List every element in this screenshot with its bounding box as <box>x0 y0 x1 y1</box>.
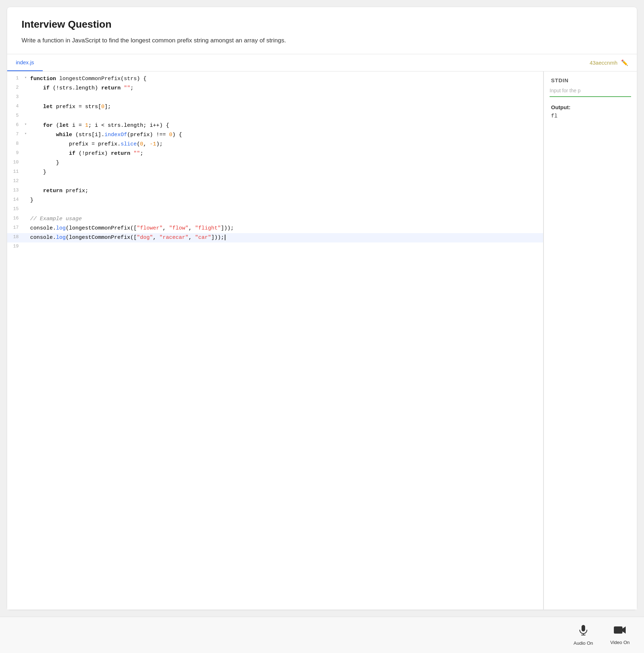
code-editor-panel[interactable]: 1 ▾ function longestCommonPrefix(strs) {… <box>7 71 543 610</box>
code-lines: 1 ▾ function longestCommonPrefix(strs) {… <box>7 71 543 255</box>
table-row: 6 ▾ for (let i = 1; i < strs.length; i++… <box>7 121 543 130</box>
table-row: 5 <box>7 112 543 121</box>
table-row: 16 // Example usage <box>7 214 543 224</box>
main-container: Interview Question Write a function in J… <box>7 7 637 610</box>
video-label: Video On <box>610 640 630 645</box>
stdin-header: STDIN <box>544 71 637 86</box>
table-row: 1 ▾ function longestCommonPrefix(strs) { <box>7 74 543 84</box>
table-row: 18 console.log(longestCommonPrefix(["dog… <box>7 233 543 242</box>
commit-area: 43aeccnmh ✏️ <box>589 59 637 66</box>
page-title: Interview Question <box>22 19 622 30</box>
table-row: 17 console.log(longestCommonPrefix(["flo… <box>7 224 543 233</box>
table-row: 4 let prefix = strs[0]; <box>7 102 543 112</box>
table-row: 15 <box>7 205 543 214</box>
table-row: 19 <box>7 242 543 252</box>
stdin-panel: STDIN Input for the p Output: fl <box>543 71 637 610</box>
table-row: 3 <box>7 93 543 102</box>
header-section: Interview Question Write a function in J… <box>7 7 637 54</box>
bottom-toolbar: Audio On Video On <box>0 617 644 653</box>
table-row: 12 <box>7 177 543 186</box>
audio-label: Audio On <box>574 640 593 646</box>
table-row: 13 return prefix; <box>7 186 543 196</box>
output-label: Output: <box>551 104 630 110</box>
stdin-input-area[interactable]: Input for the p <box>550 86 631 97</box>
output-section: Output: fl <box>544 97 637 126</box>
table-row: 7 ▾ while (strs[i].indexOf(prefix) !== 0… <box>7 130 543 140</box>
table-row: 9 if (!prefix) return ""; <box>7 149 543 158</box>
commit-hash: 43aeccnmh <box>589 60 617 66</box>
table-row: 11 } <box>7 168 543 177</box>
table-row: 10 } <box>7 158 543 168</box>
svg-rect-3 <box>614 626 622 634</box>
editor-section: index.js 43aeccnmh ✏️ 1 ▾ function longe… <box>7 54 637 610</box>
table-row: 14 } <box>7 196 543 205</box>
tabs-bar: index.js 43aeccnmh ✏️ <box>7 54 637 71</box>
camera-icon <box>613 625 626 638</box>
audio-button[interactable]: Audio On <box>574 624 593 646</box>
table-row: 2 if (!strs.length) return ""; <box>7 84 543 93</box>
table-row: 8 prefix = prefix.slice(0, -1); <box>7 140 543 149</box>
output-value: fl <box>551 113 630 119</box>
edit-icon[interactable]: ✏️ <box>621 59 628 66</box>
video-button[interactable]: Video On <box>610 625 630 645</box>
editor-main: 1 ▾ function longestCommonPrefix(strs) {… <box>7 71 637 610</box>
stdin-placeholder: Input for the p <box>550 86 631 95</box>
microphone-icon <box>578 624 589 638</box>
svg-rect-0 <box>582 625 585 631</box>
interview-description: Write a function in JavaScript to find t… <box>22 36 622 45</box>
tab-index-js[interactable]: index.js <box>7 54 43 71</box>
